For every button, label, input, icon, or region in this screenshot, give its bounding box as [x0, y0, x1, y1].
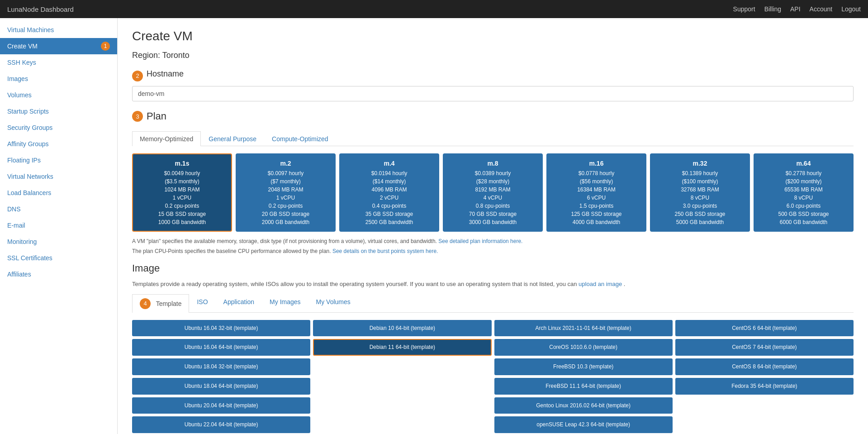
template-btn[interactable]: CoreOS 1010.6.0 (template) — [494, 339, 673, 356]
sidebar: Virtual Machines Create VM 1 SSH Keys Im… — [0, 18, 118, 434]
plan-title: Plan — [147, 110, 166, 122]
sidebar-item-startup-scripts[interactable]: Startup Scripts — [0, 103, 117, 119]
image-title: Image — [132, 262, 854, 274]
template-btn[interactable]: Ubuntu 18.04 32-bit (template) — [132, 358, 310, 375]
hostname-input[interactable] — [132, 86, 854, 101]
sidebar-item-volumes[interactable]: Volumes — [0, 87, 117, 103]
template-btn[interactable]: openSUSE Leap 42.3 64-bit (template) — [494, 416, 673, 433]
plan-name-m1s: m.1s — [137, 159, 228, 168]
sidebar-item-affinity-groups[interactable]: Affinity Groups — [0, 136, 117, 152]
tab-iso[interactable]: ISO — [189, 294, 215, 313]
template-btn[interactable]: Ubuntu 16.04 64-bit (template) — [132, 339, 310, 356]
sidebar-item-email[interactable]: E-mail — [0, 217, 117, 234]
plan-info-link-2[interactable]: See details on the burst points system h… — [332, 248, 438, 254]
template-btn[interactable]: Ubuntu 18.04 64-bit (template) — [132, 378, 310, 395]
plan-section: 3 Plan Memory-Optimized General Purpose … — [132, 110, 854, 255]
plan-cards-container: m.1s $0.0049 hourly ($3.5 monthly) 1024 … — [132, 153, 854, 232]
template-btn[interactable]: Debian 10 64-bit (template) — [313, 320, 491, 337]
template-btn[interactable]: Arch Linux 2021-11-01 64-bit (template) — [494, 320, 673, 337]
image-section: Image Templates provide a ready operatin… — [132, 262, 854, 433]
template-grid: Ubuntu 16.04 32-bit (template)Debian 10 … — [132, 320, 854, 434]
sidebar-item-dns[interactable]: DNS — [0, 201, 117, 217]
tab-compute-optimized[interactable]: Compute-Optimized — [264, 131, 336, 146]
hostname-section: 2 Hostname — [132, 69, 854, 101]
template-btn[interactable]: CentOS 8 64-bit (template) — [675, 358, 854, 375]
nav-logout[interactable]: Logout — [841, 5, 861, 13]
plan-card-m1s[interactable]: m.1s $0.0049 hourly ($3.5 monthly) 1024 … — [132, 153, 232, 232]
sidebar-item-create-vm[interactable]: Create VM 1 — [0, 38, 117, 54]
plan-card-m2[interactable]: m.2 $0.0097 hourly ($7 monthly) 2048 MB … — [236, 153, 336, 232]
top-nav: LunaNode Dashboard Support Billing API A… — [0, 0, 868, 18]
tab-template[interactable]: 4 Template — [132, 294, 189, 313]
nav-api[interactable]: API — [790, 5, 801, 13]
template-btn[interactable]: Ubuntu 22.04 64-bit (template) — [132, 416, 310, 433]
sidebar-item-floating-ips[interactable]: Floating IPs — [0, 152, 117, 168]
nav-links: Support Billing API Account Logout — [733, 5, 861, 13]
template-btn[interactable]: Gentoo Linux 2016.02 64-bit (template) — [494, 397, 673, 414]
step-badge-4: 4 — [140, 298, 151, 309]
nav-billing[interactable]: Billing — [764, 5, 781, 13]
sidebar-item-virtual-networks[interactable]: Virtual Networks — [0, 168, 117, 185]
plan-card-m16[interactable]: m.16 $0.0778 hourly ($56 monthly) 16384 … — [546, 153, 646, 232]
step-badge-2: 2 — [132, 71, 143, 81]
region-label: Region: Toronto — [132, 51, 854, 60]
image-description: Templates provide a ready operating syst… — [132, 280, 854, 289]
tab-my-images[interactable]: My Images — [262, 294, 308, 313]
sidebar-item-load-balancers[interactable]: Load Balancers — [0, 185, 117, 201]
plan-info-2: The plan CPU-Points specifies the baseli… — [132, 247, 854, 255]
template-btn[interactable]: Fedora 35 64-bit (template) — [675, 378, 854, 395]
image-tab-bar: 4 Template ISO Application My Images My … — [132, 294, 854, 313]
plan-tab-bar: Memory-Optimized General Purpose Compute… — [132, 131, 854, 146]
tab-memory-optimized[interactable]: Memory-Optimized — [132, 131, 201, 146]
plan-info-link-1[interactable]: See detailed plan information here. — [438, 238, 522, 244]
sidebar-item-ssh-keys[interactable]: SSH Keys — [0, 54, 117, 71]
tab-general-purpose[interactable]: General Purpose — [201, 131, 264, 146]
hostname-label: Hostname — [147, 69, 184, 79]
main-content: Create VM Region: Toronto 2 Hostname 3 P… — [118, 18, 868, 434]
plan-card-m32[interactable]: m.32 $0.1389 hourly ($100 monthly) 32768… — [650, 153, 750, 232]
template-btn[interactable]: FreeBSD 11.1 64-bit (template) — [494, 378, 673, 395]
template-btn[interactable]: Ubuntu 20.04 64-bit (template) — [132, 397, 310, 414]
tab-application[interactable]: Application — [216, 294, 262, 313]
plan-card-m64[interactable]: m.64 $0.2778 hourly ($200 monthly) 65536… — [754, 153, 854, 232]
template-btn[interactable]: FreeBSD 10.3 (template) — [494, 358, 673, 375]
sidebar-item-security-groups[interactable]: Security Groups — [0, 119, 117, 136]
sidebar-item-virtual-machines[interactable]: Virtual Machines — [0, 22, 117, 38]
template-btn[interactable]: CentOS 7 64-bit (template) — [675, 339, 854, 356]
sidebar-item-affiliates[interactable]: Affiliates — [0, 266, 117, 282]
nav-account[interactable]: Account — [810, 5, 833, 13]
upload-image-link[interactable]: upload an image — [579, 281, 622, 287]
page-title: Create VM — [132, 29, 854, 43]
template-btn[interactable]: Debian 11 64-bit (template) — [313, 339, 491, 356]
plan-card-m4[interactable]: m.4 $0.0194 hourly ($14 monthly) 4096 MB… — [339, 153, 439, 232]
step-badge-3: 3 — [132, 111, 143, 122]
sidebar-badge-create-vm: 1 — [101, 42, 110, 51]
brand-title: LunaNode Dashboard — [7, 5, 74, 13]
plan-card-m8[interactable]: m.8 $0.0389 hourly ($28 monthly) 8192 MB… — [443, 153, 543, 232]
sidebar-item-ssl-certificates[interactable]: SSL Certificates — [0, 250, 117, 266]
tab-my-volumes[interactable]: My Volumes — [308, 294, 358, 313]
sidebar-item-images[interactable]: Images — [0, 71, 117, 87]
sidebar-item-monitoring[interactable]: Monitoring — [0, 234, 117, 250]
nav-support[interactable]: Support — [733, 5, 755, 13]
template-btn[interactable]: CentOS 6 64-bit (template) — [675, 320, 854, 337]
plan-info-1: A VM "plan" specifies the available memo… — [132, 237, 854, 245]
template-btn[interactable]: Ubuntu 16.04 32-bit (template) — [132, 320, 310, 337]
